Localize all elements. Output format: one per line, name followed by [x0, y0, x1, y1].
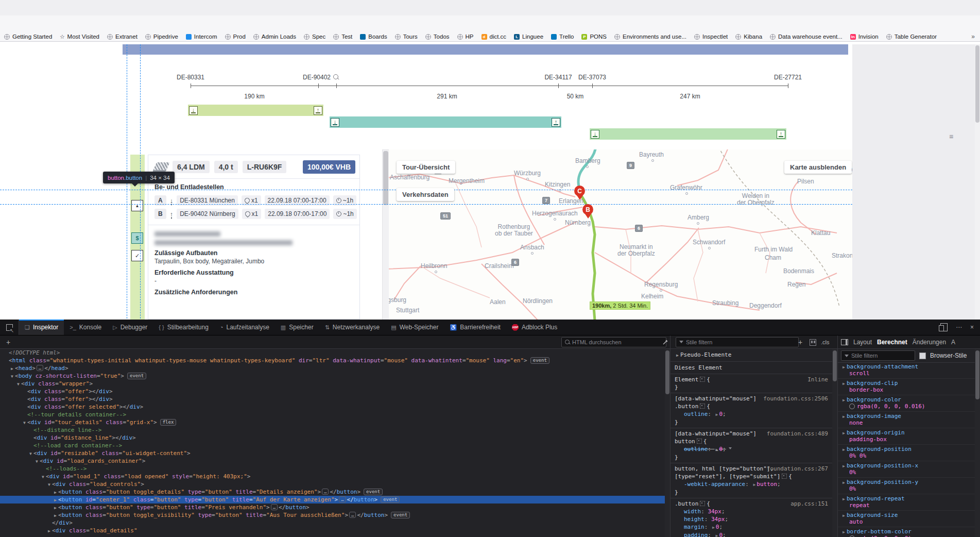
markup-search-input[interactable]: HTML durchsuchen — [561, 337, 666, 347]
page-scrollbar-thumb[interactable] — [975, 45, 979, 123]
loading-icon[interactable]: ↓ — [331, 118, 339, 127]
load-span-bar[interactable]: ↓↑ — [188, 105, 323, 116]
collapsed-content-icon[interactable]: … — [37, 365, 43, 371]
css-declaration[interactable]: width: 34px; — [675, 508, 828, 515]
bookmark-item[interactable]: PPONS — [581, 33, 607, 40]
tab-laufzeitanalyse[interactable]: ◔Laufzeitanalyse — [214, 320, 275, 335]
tab-debugger[interactable]: ▷Debugger — [107, 320, 153, 335]
rule-target-icon[interactable] — [697, 439, 702, 444]
bookmark-item[interactable]: Environments and use... — [614, 33, 686, 40]
computed-property-row[interactable]: ▶background-sizeauto — [838, 511, 975, 527]
markup-node-row[interactable]: <div class="offer"></div> — [0, 388, 665, 395]
bookmark-item[interactable]: Table Generator — [886, 33, 937, 40]
sidebar-toggle-icon[interactable] — [841, 339, 848, 345]
bookmark-item[interactable]: Kibana — [735, 33, 762, 40]
css-declaration[interactable]: outline: ▶0; — [675, 410, 828, 418]
markup-node-row[interactable]: ▶<button class="button toggle_details" t… — [0, 488, 665, 496]
new-rule-button[interactable]: + — [798, 338, 802, 346]
load-span-bar[interactable]: ↓↑ — [590, 128, 786, 140]
collapsed-content-icon[interactable]: … — [322, 489, 329, 495]
markup-node-row[interactable]: <div id="distance_line"></div> — [0, 434, 665, 442]
tab-barrierefreiheit[interactable]: ♿Barrierefreiheit — [444, 320, 506, 335]
bookmark-item[interactable]: Test — [333, 33, 352, 40]
computed-property-row[interactable]: ▶background-imagenone — [838, 412, 975, 428]
computed-property-row[interactable]: ▶background-repeatrepeat — [838, 494, 975, 511]
markup-node-row[interactable]: ▶<button class="button toggle_visibility… — [0, 511, 665, 519]
tab-web-speicher[interactable]: ▤Web-Speicher — [385, 320, 444, 335]
bookmark-item[interactable]: Pipedrive — [145, 33, 178, 40]
markup-node-row[interactable]: ▶<button class="button" type="button" ti… — [0, 504, 665, 511]
styles-filter-input[interactable]: Stile filtern — [676, 337, 799, 347]
event-badge[interactable]: event — [391, 512, 410, 518]
rule-target-icon[interactable] — [700, 501, 705, 506]
bookmark-item[interactable]: Todos — [425, 33, 450, 40]
markup-node-row[interactable]: ▼<div class="wrapper"> — [0, 380, 665, 388]
markup-node-row[interactable]: ▼<div id="tour_details" class="grid-x">f… — [0, 418, 665, 426]
tab-speicher[interactable]: ▥Speicher — [275, 320, 319, 335]
computed-scrollbar[interactable] — [975, 349, 980, 537]
markup-scrollbar[interactable] — [665, 349, 670, 537]
hide-map-button[interactable]: Karte ausblenden — [784, 161, 852, 174]
bookmark-item[interactable]: InInvision — [850, 33, 879, 40]
toggle-classes-button[interactable]: .cls — [821, 339, 830, 345]
computed-property-row[interactable]: ▶background-clipborder-box — [838, 379, 975, 395]
event-badge[interactable]: event — [530, 357, 549, 364]
markup-node-row[interactable]: ▶<head>…</head> — [0, 364, 665, 372]
css-declaration[interactable]: -webkit-appearance: ▶button; — [675, 480, 828, 489]
panel-resize-icon[interactable]: ≡ — [949, 132, 953, 141]
rule-source-link[interactable]: app.css:151 — [790, 500, 828, 508]
markup-node-row[interactable]: ▼<div id="load_1" class="load opened" st… — [0, 473, 665, 480]
scrollbar-thumb[interactable] — [383, 151, 388, 205]
markup-node-row[interactable]: ▼<div id="resizable" class="ui-widget-co… — [0, 449, 665, 457]
bookmark-item[interactable]: Prod — [225, 33, 246, 40]
markup-node-row[interactable]: ▶<button id="center_1" class="button" ty… — [0, 496, 665, 504]
rule-source-link[interactable]: foundation.css:2506 — [763, 395, 828, 402]
tab-layout[interactable]: Layout — [853, 339, 872, 346]
loading-icon[interactable]: ↓ — [591, 130, 599, 139]
markup-node-row[interactable]: <!DOCTYPE html> — [0, 349, 665, 357]
computed-property-row[interactable]: ▶background-originpadding-box — [838, 428, 975, 445]
tab-netzwerkanalyse[interactable]: ⇅Netzwerkanalyse — [319, 320, 386, 335]
bookmark-item[interactable]: Extranet — [107, 33, 137, 40]
loading-icon[interactable]: ↓ — [189, 106, 198, 115]
markup-node-row[interactable]: ▼<div class="load_controls"> — [0, 480, 665, 488]
rule-source-link[interactable]: foundation.css:267 — [767, 465, 828, 473]
computed-property-row[interactable]: ▶border-bottom-colorrgba(0, 0, 0, 0) — [838, 527, 975, 537]
bookmark-item[interactable]: Intercom — [186, 33, 217, 40]
markup-node-row[interactable]: <!--loads--> — [0, 465, 665, 473]
bookmark-item[interactable]: Data warehouse event... — [770, 33, 843, 40]
markup-node-row[interactable]: ▼<div id="load_cards_container"> — [0, 457, 665, 465]
bookmark-item[interactable]: LLinguee — [514, 33, 543, 40]
rule-source-link[interactable]: foundation.css:489 — [767, 430, 828, 438]
tab-inspektor[interactable]: ❏Inspektor — [19, 320, 64, 335]
computed-property-row[interactable]: ▶background-position-y0% — [838, 478, 975, 494]
traffic-data-button[interactable]: Verkehrsdaten — [397, 188, 454, 201]
card-panel-scrollbar[interactable] — [382, 149, 389, 320]
load-span-bar[interactable]: ↓↑ — [330, 116, 561, 128]
event-badge[interactable]: event — [381, 496, 400, 503]
eyedropper-icon[interactable] — [662, 339, 669, 345]
markup-node-row[interactable]: <!--distance line--> — [0, 426, 665, 434]
markup-node-row[interactable]: <!--load card container--> — [0, 442, 665, 449]
bookmark-item[interactable]: Admin Loads — [253, 33, 296, 40]
collapsed-content-icon[interactable]: … — [349, 512, 356, 518]
computed-property-row[interactable]: ▶background-colorrgba(0, 0, 0, 0.016) — [838, 395, 975, 412]
bookmark-item[interactable]: ddict.cc — [482, 33, 507, 40]
rule-target-icon[interactable] — [782, 474, 787, 479]
unloading-icon[interactable]: ↑ — [552, 118, 560, 127]
magnifier-icon[interactable] — [333, 74, 338, 79]
load-card[interactable]: 6,4 LDM4,0 tL-RU6K9F 100,00€ VHB Be- und… — [148, 155, 360, 320]
computed-property-row[interactable]: ▶background-attachmentscroll — [838, 362, 975, 379]
tab-cut[interactable]: A — [951, 339, 955, 346]
computed-property-row[interactable]: ▶background-position0% 0% — [838, 445, 975, 461]
tab-computed[interactable]: Berechnet — [877, 339, 907, 346]
flexbox-highlighter-icon[interactable] — [810, 339, 816, 346]
map-marker-c[interactable]: C — [574, 186, 586, 201]
devtools-options-icon[interactable]: ⋯ — [956, 324, 962, 331]
map[interactable]: Tour-Übersicht Verkehrsdaten Karte ausbl… — [389, 149, 852, 320]
event-badge[interactable]: event — [364, 489, 383, 495]
bookmarks-overflow-chevron[interactable]: » — [971, 33, 975, 40]
css-declaration[interactable]: outline: ▶0; — [675, 445, 828, 454]
rules-scrollbar[interactable] — [832, 349, 837, 537]
markup-node-row[interactable]: <html class="whatinput-types-initial wha… — [0, 357, 665, 364]
